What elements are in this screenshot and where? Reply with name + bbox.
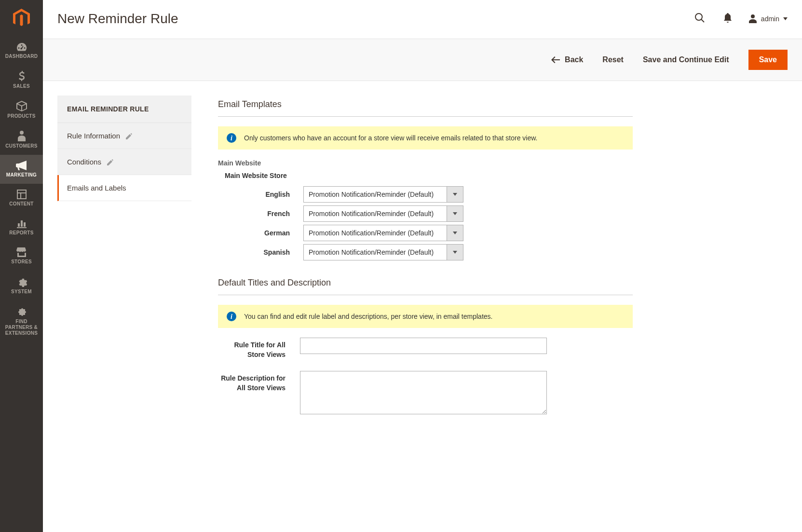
caret-down-icon	[453, 212, 457, 215]
gear-icon	[16, 276, 27, 287]
search-button[interactable]	[693, 11, 707, 27]
field-label-german: German	[233, 229, 303, 237]
tabs-panel: EMAIL REMINDER RULE Rule Information Con…	[57, 95, 191, 201]
bell-icon	[723, 13, 732, 23]
select-caret[interactable]	[447, 186, 463, 203]
nav-label: FIND PARTNERS & EXTENSIONS	[2, 319, 41, 336]
website-label: Main Website	[218, 159, 633, 167]
field-french: French	[233, 205, 633, 222]
notifications-button[interactable]	[721, 11, 734, 26]
section-email-templates-title: Email Templates	[218, 95, 633, 117]
nav-label: SYSTEM	[2, 289, 41, 295]
megaphone-icon	[16, 161, 27, 170]
nav-stores[interactable]: STORES	[0, 242, 43, 271]
user-icon	[748, 14, 757, 23]
save-continue-button[interactable]: Save and Continue Edit	[643, 55, 729, 64]
person-icon	[18, 131, 26, 141]
tab-label: Conditions	[67, 158, 101, 166]
nav-label: DASHBOARD	[2, 54, 41, 59]
svg-text:i: i	[231, 135, 232, 142]
nav-content[interactable]: CONTENT	[0, 184, 43, 213]
form-area: Email Templates i Only customers who hav…	[218, 95, 633, 426]
pencil-icon	[107, 159, 114, 165]
nav-reports[interactable]: REPORTS	[0, 213, 43, 242]
notice-text: Only customers who have an account for a…	[244, 134, 538, 142]
nav-dashboard[interactable]: DASHBOARD	[0, 36, 43, 65]
dollar-icon	[18, 71, 25, 82]
field-spanish: Spanish	[233, 244, 633, 260]
back-label: Back	[565, 55, 583, 64]
select-caret[interactable]	[447, 205, 463, 222]
store-label: Main Website Store	[225, 172, 633, 179]
logo[interactable]	[0, 0, 43, 36]
nav-label: PRODUCTS	[2, 113, 41, 119]
svg-text:i: i	[231, 313, 232, 320]
pencil-icon	[126, 133, 133, 139]
puzzle-icon	[16, 306, 27, 317]
nav-label: STORES	[2, 259, 41, 265]
nav-system[interactable]: SYSTEM	[0, 271, 43, 300]
notice-text: You can find and edit rule label and des…	[244, 313, 492, 320]
tab-emails-labels[interactable]: Emails and Labels	[57, 175, 191, 201]
store-icon	[16, 247, 27, 257]
rule-desc-label: Rule Description for All Store Views	[218, 371, 300, 393]
field-english: English	[233, 186, 633, 203]
tabs-panel-title: EMAIL REMINDER RULE	[57, 95, 191, 123]
reset-button[interactable]: Reset	[602, 55, 624, 64]
box-icon	[16, 101, 27, 111]
select-spanish[interactable]	[303, 244, 447, 260]
action-bar: Back Reset Save and Continue Edit Save	[43, 39, 802, 81]
nav-products[interactable]: PRODUCTS	[0, 95, 43, 125]
bar-chart-icon	[17, 218, 27, 228]
nav-sales[interactable]: SALES	[0, 65, 43, 95]
select-caret[interactable]	[447, 244, 463, 260]
notice-store-view: i Only customers who have an account for…	[218, 126, 633, 150]
tab-rule-information[interactable]: Rule Information	[57, 123, 191, 149]
dashboard-icon	[16, 42, 27, 52]
magento-logo-icon	[13, 9, 30, 28]
nav-label: MARKETING	[2, 172, 41, 178]
nav-customers[interactable]: CUSTOMERS	[0, 125, 43, 155]
caret-down-icon	[453, 251, 457, 254]
nav-marketing[interactable]: MARKETING	[0, 155, 43, 184]
nav-label: SALES	[2, 83, 41, 89]
select-german[interactable]	[303, 225, 447, 241]
nav-label: REPORTS	[2, 230, 41, 236]
field-german: German	[233, 225, 633, 241]
caret-down-icon	[453, 232, 457, 234]
page-header: New Reminder Rule admin	[43, 0, 802, 39]
notice-rule-label: i You can find and edit rule label and d…	[218, 305, 633, 328]
select-caret[interactable]	[447, 225, 463, 241]
rule-title-input[interactable]	[300, 338, 547, 354]
tab-label: Emails and Labels	[67, 184, 126, 192]
nav-label: CONTENT	[2, 201, 41, 207]
user-label: admin	[761, 15, 779, 23]
field-label-english: English	[233, 191, 303, 198]
tab-label: Rule Information	[67, 132, 120, 140]
info-icon: i	[227, 312, 236, 321]
caret-down-icon	[453, 193, 457, 196]
info-icon: i	[227, 133, 236, 143]
rule-title-label: Rule Title for All Store Views	[218, 338, 300, 359]
page-title: New Reminder Rule	[57, 11, 178, 27]
admin-sidebar: DASHBOARD SALES PRODUCTS CUSTOMERS MARKE…	[0, 0, 43, 440]
nav-partners[interactable]: FIND PARTNERS & EXTENSIONS	[0, 300, 43, 342]
field-label-french: French	[233, 210, 303, 218]
back-button[interactable]: Back	[551, 55, 583, 64]
field-label-spanish: Spanish	[233, 248, 303, 256]
select-english[interactable]	[303, 186, 447, 203]
admin-user-menu[interactable]: admin	[748, 14, 788, 23]
rule-desc-input[interactable]	[300, 371, 547, 414]
field-rule-title: Rule Title for All Store Views	[218, 338, 633, 359]
save-button[interactable]: Save	[748, 50, 788, 70]
arrow-left-icon	[551, 56, 560, 63]
layout-icon	[17, 190, 27, 199]
tab-conditions[interactable]: Conditions	[57, 149, 191, 175]
field-rule-description: Rule Description for All Store Views	[218, 371, 633, 414]
nav-label: CUSTOMERS	[2, 143, 41, 149]
search-icon	[694, 13, 705, 23]
select-french[interactable]	[303, 205, 447, 222]
caret-down-icon	[783, 17, 788, 20]
section-titles-desc-title: Default Titles and Description	[218, 274, 633, 295]
